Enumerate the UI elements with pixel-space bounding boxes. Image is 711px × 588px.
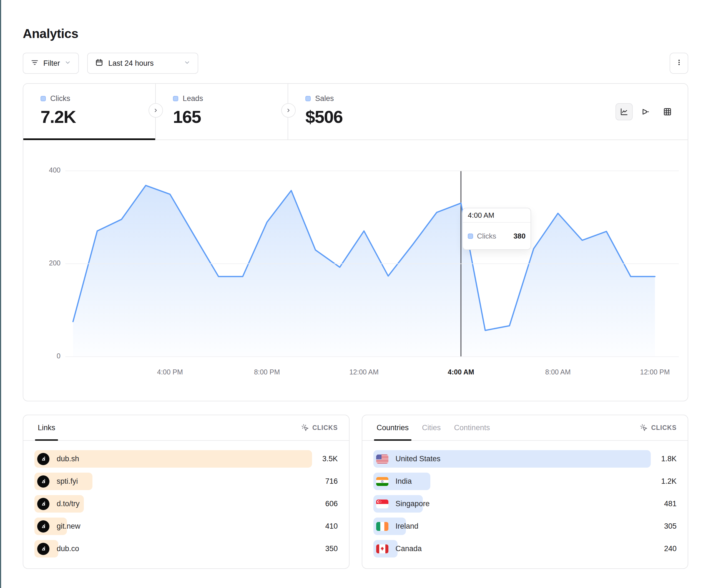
list-filter-icon	[30, 58, 39, 68]
chart-tooltip: 4:00 AM Clicks 380	[462, 208, 531, 250]
x-axis-tick-label: 12:00 PM	[640, 368, 670, 376]
chevron-right-icon	[286, 108, 291, 113]
list-item[interactable]: India 1.2K	[373, 473, 677, 490]
links-list: dub.sh 3.5K spti.fyi 716 d.to/try 606 gi…	[23, 441, 349, 558]
more-options-button[interactable]	[670, 53, 688, 74]
filter-button[interactable]: Filter	[23, 53, 79, 74]
row-label: Ireland	[395, 522, 419, 530]
chevron-down-icon	[64, 59, 71, 68]
tab-cities[interactable]: Cities	[422, 415, 441, 440]
links-panel-header: Links CLICKS	[23, 415, 349, 441]
stat-tab-leads[interactable]: Leads 165	[156, 84, 288, 139]
tab-links[interactable]: Links	[38, 415, 55, 440]
list-item[interactable]: Ireland 305	[373, 518, 677, 535]
date-range-button[interactable]: Last 24 hours	[87, 53, 198, 74]
list-item[interactable]: spti.fyi 716	[35, 473, 338, 490]
expand-clicks-chevron-button[interactable]	[149, 103, 163, 118]
row-value: 1.2K	[661, 477, 676, 485]
calendar-icon	[95, 58, 103, 68]
date-range-label: Last 24 hours	[108, 59, 154, 68]
x-axis-tick-label: 4:00 PM	[157, 368, 183, 376]
mouse-pointer-click-icon	[301, 424, 309, 432]
row-content: dub.sh	[35, 453, 79, 465]
flag-in-icon	[376, 477, 388, 486]
x-axis-tick-label: 12:00 AM	[349, 368, 379, 376]
row-value: 410	[325, 522, 338, 530]
countries-panel-header: Countries Cities Continents CLICKS	[362, 415, 688, 441]
row-label: United States	[395, 455, 440, 463]
row-value: 716	[325, 477, 338, 485]
row-label: spti.fyi	[57, 477, 78, 485]
x-axis-tick-label: 8:00 AM	[545, 368, 571, 376]
row-value: 606	[325, 499, 338, 508]
line-chart-icon	[620, 107, 628, 116]
left-edge-accent	[0, 0, 1, 588]
list-item[interactable]: Canada 240	[373, 540, 677, 558]
row-content: Canada	[373, 544, 422, 553]
list-item[interactable]: dub.sh 3.5K	[35, 450, 338, 468]
clicks-legend-chip	[468, 233, 473, 239]
row-content: spti.fyi	[35, 475, 78, 488]
clicks-time-series-chart[interactable]: 4:00 AM Clicks 380 40020004:00 PM8:00 PM…	[23, 140, 688, 401]
expand-leads-chevron-button[interactable]	[281, 103, 296, 118]
stat-value: $506	[305, 107, 421, 127]
dub-favicon	[37, 475, 49, 488]
stat-tab-sales[interactable]: Sales $506	[288, 84, 421, 139]
list-item[interactable]: Singapore 481	[373, 495, 677, 513]
stat-label: Leads	[183, 94, 203, 103]
tab-label: Continents	[454, 424, 490, 432]
dub-favicon	[37, 453, 49, 465]
chevron-down-icon	[184, 59, 191, 68]
metric-label: CLICKS	[651, 424, 676, 432]
chevron-right-icon	[153, 108, 158, 113]
analytics-chart-card: Clicks 7.2K Leads 165 Sales $506	[23, 83, 688, 401]
links-metric-selector[interactable]: CLICKS	[301, 415, 338, 440]
funnel-chart-view-button[interactable]	[637, 103, 654, 120]
row-value: 240	[664, 544, 676, 553]
row-value: 481	[664, 499, 676, 508]
clicks-legend-chip	[41, 96, 46, 101]
toolbar: Filter Last 24 hours	[23, 53, 688, 74]
tab-countries[interactable]: Countries	[377, 415, 409, 440]
countries-metric-selector[interactable]: CLICKS	[640, 415, 676, 440]
list-item[interactable]: United States 1.8K	[373, 450, 677, 468]
stat-value: 165	[173, 107, 288, 127]
row-label: India	[395, 477, 412, 485]
mouse-pointer-click-icon	[640, 424, 648, 432]
dub-favicon	[37, 543, 49, 555]
dub-favicon	[37, 520, 49, 533]
chart-view-switcher	[616, 103, 676, 120]
row-value: 305	[664, 522, 676, 530]
row-content: United States	[373, 455, 440, 463]
leads-legend-chip	[173, 96, 178, 101]
row-content: Ireland	[373, 522, 419, 531]
row-label: Singapore	[395, 499, 430, 508]
tab-label: Countries	[377, 424, 409, 432]
stat-tab-clicks[interactable]: Clicks 7.2K	[23, 84, 156, 139]
table-view-button[interactable]	[659, 103, 676, 120]
flag-ca-icon	[376, 544, 388, 553]
funnel-chart-icon	[641, 107, 650, 116]
row-label: git.new	[57, 522, 81, 530]
dub-favicon	[37, 498, 49, 510]
metric-label: CLICKS	[312, 424, 338, 432]
list-item[interactable]: dub.co 350	[35, 540, 338, 558]
sales-legend-chip	[305, 96, 311, 101]
row-label: Canada	[395, 544, 422, 553]
stat-value: 7.2K	[41, 107, 155, 127]
row-content: India	[373, 477, 412, 486]
list-item[interactable]: git.new 410	[35, 518, 338, 535]
row-label: dub.sh	[57, 455, 79, 463]
flag-us-icon	[376, 455, 388, 463]
grid-table-icon	[663, 107, 672, 116]
row-value: 3.5K	[322, 455, 338, 463]
line-chart-view-button[interactable]	[616, 103, 633, 120]
row-content: d.to/try	[35, 498, 80, 510]
list-item[interactable]: d.to/try 606	[35, 495, 338, 513]
tooltip-series-label: Clicks	[477, 232, 496, 241]
y-gridline	[65, 171, 679, 171]
stat-label: Clicks	[50, 94, 70, 103]
row-value: 1.8K	[661, 455, 676, 463]
tab-continents[interactable]: Continents	[454, 415, 490, 440]
page-title: Analytics	[23, 0, 688, 41]
